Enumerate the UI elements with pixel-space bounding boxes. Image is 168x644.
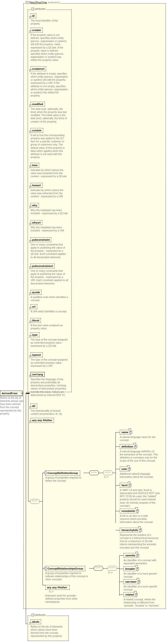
tick: [30, 223, 32, 226]
connector: [28, 393, 28, 501]
cdg-seq-inner[interactable]: [103, 470, 113, 475]
tick: [30, 69, 32, 72]
seq-compositor-main[interactable]: [30, 499, 40, 504]
root-label: derivedFrom: [2, 392, 18, 395]
attr-howuri-doc: Indicates by which means the value was e…: [30, 189, 68, 198]
tick: [30, 104, 32, 107]
connector: [116, 511, 120, 511]
tick: [30, 30, 32, 33]
attr-modified: modified: [30, 102, 45, 106]
elem-sameas-doc: An identifier of a concept with equivale…: [124, 559, 162, 565]
connector: [119, 556, 124, 556]
connector: [116, 530, 120, 530]
elem-broader-doc: An identifier of a more generic concept.: [124, 572, 162, 578]
expand-icon[interactable]: +: [129, 431, 132, 434]
collapse-icon[interactable]: –: [44, 567, 47, 570]
attributes-title-2-label: attributes: [35, 614, 46, 616]
elem-name: name+: [120, 430, 131, 434]
collapse-icon[interactable]: –: [32, 614, 34, 616]
collapse-icon[interactable]: –: [44, 472, 47, 474]
group-crg: – ConceptRelationshipsGroup: [45, 566, 85, 571]
connector: [20, 393, 24, 393]
extension-header: – Flex1PropType (extension): [25, 1, 60, 4]
tick: [30, 293, 32, 296]
connector: [84, 473, 89, 473]
any-occ: 0..∞: [49, 590, 54, 593]
tick: [30, 421, 32, 423]
attr-literal-doc: A free-text value assigned as property v…: [30, 324, 68, 330]
attr-pubconstrainturi: pubconstrainturi: [30, 264, 55, 268]
attr-creatoruri-doc: If the attribute is empty, specifies whi…: [30, 72, 68, 97]
expand-icon[interactable]: +: [139, 529, 142, 532]
collapse-icon[interactable]: –: [32, 8, 34, 10]
tick: [30, 355, 32, 358]
attr-xmllang-doc: Specifies the language of this property …: [30, 378, 68, 396]
tick: [30, 335, 32, 338]
connector: [119, 556, 120, 596]
crg-seq-inner[interactable]: [108, 566, 117, 571]
expand-icon[interactable]: +: [138, 580, 140, 583]
connector: [42, 585, 45, 585]
ext-type: (extension): [48, 1, 60, 4]
cdg-doc: A group of properties required to define…: [45, 476, 84, 482]
attributes-title-label: attributes: [35, 8, 46, 10]
attr-howuri: howuri: [30, 183, 42, 188]
attr-custom: custom: [30, 128, 43, 133]
expand-icon[interactable]: +: [128, 468, 131, 470]
attr-creatoruri: creatoruri: [30, 66, 46, 71]
tick: [30, 622, 32, 625]
connector: [40, 501, 42, 502]
connector: [28, 501, 30, 502]
elem-narrower-doc: An identifier of a more specific concept…: [124, 585, 162, 591]
tick: [30, 131, 32, 134]
tick: [30, 375, 32, 378]
expand-icon[interactable]: +: [136, 554, 139, 557]
connector: [116, 432, 120, 432]
collapse-icon[interactable]: –: [26, 1, 28, 4]
tick: [30, 206, 32, 208]
attr-id-doc: The local identifier of the property.: [30, 19, 66, 25]
elem-related: related+: [124, 592, 136, 597]
elem-hierarchyinfo: hierarchyInfo+: [120, 528, 141, 532]
attr-creator-doc: If the property value is not defined, sp…: [30, 34, 68, 62]
elem-broader: broader+: [124, 566, 138, 571]
attr-pubconstraint: pubconstraint: [30, 237, 51, 242]
attr-creator: creator: [30, 28, 43, 32]
connector: [99, 473, 103, 473]
root-element: derivedFrom: [0, 391, 22, 396]
expand-icon[interactable]: +: [136, 567, 139, 570]
tick: [30, 240, 32, 243]
crg-doc: A group of properties required to indica…: [45, 572, 88, 581]
crg-seq[interactable]: [94, 566, 103, 571]
tick: [30, 321, 32, 324]
elem-remoteinfo: remoteInfo+: [120, 508, 138, 514]
attr-typeuri: typeuri: [30, 352, 43, 357]
ext-name: Flex1PropType: [29, 1, 47, 4]
expand-icon[interactable]: +: [135, 593, 138, 596]
tick: [30, 16, 32, 19]
connector: [116, 446, 120, 447]
group-cdg: – ConceptDefinitionGroup: [45, 470, 80, 476]
attr-uri-doc: A URI which identifies a concept.: [30, 310, 68, 313]
tick: [30, 406, 32, 409]
elem-remoteinfo-doc: A link to an item or a web resource whic…: [120, 514, 158, 524]
attr-wildcard: any any ##other: [30, 418, 54, 423]
connector: [116, 432, 116, 523]
attr-whyuri: whyuri: [30, 220, 42, 225]
crg-occ: 0..∞: [108, 571, 113, 574]
expand-icon[interactable]: +: [128, 484, 132, 487]
elem-note: note+: [120, 466, 130, 471]
connector: [103, 568, 108, 568]
elem-hierarchyinfo-doc: Represents the position of a concept in …: [120, 534, 160, 549]
elem-any-other: any any ##other: [45, 585, 70, 590]
elem-definition: definition+: [120, 444, 136, 449]
elem-name-doc: A natural language name for the concept.: [120, 436, 158, 442]
attr-idrefs-doc: Refers to the ids of elements which valu…: [30, 625, 66, 638]
expand-icon[interactable]: +: [136, 510, 139, 512]
cdg-seq[interactable]: [89, 470, 99, 475]
attr-typeuri-doc: The type of the concept assigned as cont…: [30, 358, 68, 368]
connector: [26, 393, 26, 624]
expand-icon[interactable]: +: [134, 445, 137, 448]
attr-whyuri-doc: Why the metadata has been included - exp…: [30, 226, 68, 232]
connector: [113, 473, 116, 473]
